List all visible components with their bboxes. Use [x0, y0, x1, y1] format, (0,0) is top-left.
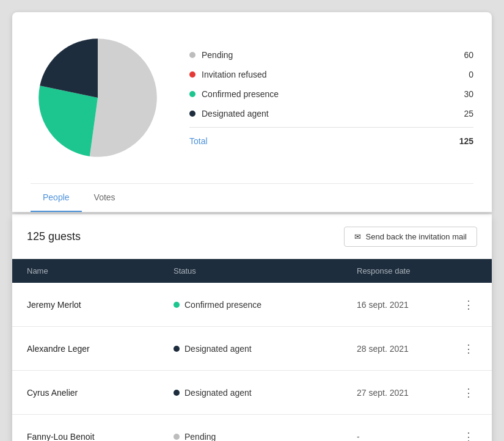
- cell-date-3: -: [357, 432, 453, 441]
- cell-status-0: Confirmed presence: [173, 300, 357, 310]
- more-menu-icon-3[interactable]: ⋮: [461, 428, 477, 441]
- status-label-1: Designated agent: [184, 344, 252, 354]
- status-label-0: Confirmed presence: [184, 300, 261, 310]
- cell-menu-0[interactable]: ⋮: [453, 296, 477, 314]
- tabs: People Votes: [31, 183, 473, 212]
- tab-people[interactable]: People: [31, 184, 82, 212]
- legend-item-agent: Designated agent 25: [189, 104, 473, 123]
- cell-status-3: Pending: [173, 432, 357, 441]
- more-menu-icon-0[interactable]: ⋮: [461, 296, 477, 314]
- table-row: Fanny-Lou Benoit Pending - ⋮: [12, 415, 492, 441]
- pending-dot: [189, 52, 195, 58]
- refused-label: Invitation refused: [202, 70, 267, 79]
- bottom-card: 125 guests ✉ Send back the invitation ma…: [12, 214, 492, 441]
- status-label-3: Pending: [184, 432, 216, 441]
- agent-label: Designated agent: [202, 109, 269, 118]
- agent-dot: [189, 111, 195, 117]
- cell-name-0: Jeremy Merlot: [27, 300, 173, 310]
- total-label: Total: [189, 136, 208, 146]
- top-card: Pending 60 Invitation refused 0 Confirme…: [12, 12, 492, 212]
- cell-status-1: Designated agent: [173, 344, 357, 354]
- legend-item-confirmed: Confirmed presence 30: [189, 84, 473, 104]
- pending-label: Pending: [202, 50, 233, 60]
- legend-item-refused: Invitation refused 0: [189, 65, 473, 84]
- pie-chart: [31, 31, 165, 165]
- cell-menu-1[interactable]: ⋮: [453, 340, 477, 358]
- cell-name-2: Cyrus Anelier: [27, 388, 173, 398]
- total-value: 125: [459, 136, 473, 146]
- guests-header: 125 guests ✉ Send back the invitation ma…: [12, 214, 492, 259]
- more-menu-icon-2[interactable]: ⋮: [461, 384, 477, 402]
- pending-value: 60: [455, 50, 473, 60]
- confirmed-value: 30: [455, 89, 473, 99]
- cell-menu-3[interactable]: ⋮: [453, 428, 477, 441]
- chart-legend: Pending 60 Invitation refused 0 Confirme…: [189, 45, 473, 151]
- send-invitation-button[interactable]: ✉ Send back the invitation mail: [344, 227, 477, 247]
- status-dot-0: [173, 302, 180, 308]
- mail-icon: ✉: [354, 232, 361, 241]
- cell-status-2: Designated agent: [173, 388, 357, 398]
- status-label-2: Designated agent: [184, 388, 252, 398]
- legend-item-pending: Pending 60: [189, 45, 473, 65]
- cell-date-2: 27 sept. 2021: [357, 388, 453, 398]
- table-body: Jeremy Merlot Confirmed presence 16 sept…: [12, 283, 492, 441]
- status-dot-2: [173, 390, 180, 396]
- table-row: Jeremy Merlot Confirmed presence 16 sept…: [12, 283, 492, 327]
- confirmed-label: Confirmed presence: [202, 89, 279, 99]
- col-date: Response date: [357, 266, 453, 275]
- more-menu-icon-1[interactable]: ⋮: [461, 340, 477, 358]
- chart-section: Pending 60 Invitation refused 0 Confirme…: [31, 31, 473, 177]
- guests-count: 125 guests: [27, 230, 81, 243]
- tab-votes[interactable]: Votes: [82, 184, 128, 212]
- cell-menu-2[interactable]: ⋮: [453, 384, 477, 402]
- col-actions: [453, 266, 477, 275]
- status-dot-1: [173, 346, 180, 352]
- cell-date-1: 28 sept. 2021: [357, 344, 453, 354]
- cell-name-1: Alexandre Leger: [27, 344, 173, 354]
- refused-value: 0: [455, 70, 473, 79]
- cell-name-3: Fanny-Lou Benoit: [27, 432, 173, 441]
- col-status: Status: [173, 266, 357, 275]
- page-wrapper: Pending 60 Invitation refused 0 Confirme…: [12, 12, 492, 441]
- table-row: Cyrus Anelier Designated agent 27 sept. …: [12, 371, 492, 415]
- legend-total: Total 125: [189, 131, 473, 151]
- send-button-label: Send back the invitation mail: [366, 232, 467, 241]
- table-header: Name Status Response date: [12, 259, 492, 283]
- status-dot-3: [173, 434, 180, 440]
- table-row: Alexandre Leger Designated agent 28 sept…: [12, 327, 492, 371]
- cell-date-0: 16 sept. 2021: [357, 300, 453, 310]
- confirmed-dot: [189, 91, 195, 97]
- col-name: Name: [27, 266, 173, 275]
- agent-value: 25: [455, 109, 473, 118]
- refused-dot: [189, 71, 195, 78]
